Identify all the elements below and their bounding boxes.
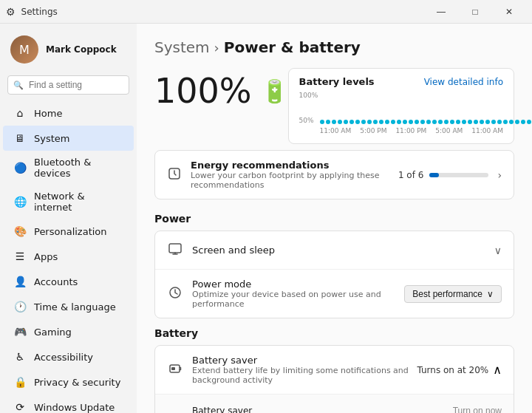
chevron-down-icon: ∨ [487, 289, 494, 299]
titlebar-left: ⚙ Settings [6, 6, 58, 18]
sidebar-item-label: Network & internet [34, 191, 123, 213]
main-content: System › Power & battery 100% 🔋 Battery … [137, 24, 532, 413]
sidebar-item-apps[interactable]: ☰ Apps [3, 244, 134, 269]
chart-dots [320, 92, 532, 124]
screen-sleep-row[interactable]: Screen and sleep ∨ [155, 231, 514, 270]
time-3: 11:00 PM [395, 127, 426, 134]
chart-dot [527, 120, 531, 124]
sidebar-item-privacy[interactable]: 🔒 Privacy & security [3, 369, 134, 395]
chart-dot [420, 120, 425, 124]
chart-dot [385, 120, 389, 124]
accounts-icon: 👤 [13, 275, 27, 288]
minimize-button[interactable]: — [424, 0, 458, 24]
battery-saver-value: Turns on at 20% [417, 365, 488, 375]
recommendation-title: Energy recommendations [191, 160, 398, 171]
time-1: 11:00 AM [320, 127, 352, 134]
battery-settings-group: Battery saver Extend battery life by lim… [154, 345, 514, 413]
chart-dot [379, 120, 383, 124]
chart-dot [367, 120, 372, 124]
sidebar-nav: ⌂ Home 🖥 System 🔵 Bluetooth & devices 🌐 … [0, 100, 137, 413]
sidebar-item-system[interactable]: 🖥 System [3, 126, 134, 151]
sidebar-item-label: Bluetooth & devices [34, 157, 123, 179]
chart-dot [509, 120, 514, 124]
maximize-button[interactable]: □ [458, 0, 492, 24]
power-mode-row[interactable]: Power mode Optimize your device based on… [155, 270, 514, 318]
update-icon: ⟳ [13, 400, 27, 413]
chart-dot [409, 120, 413, 124]
time-icon: 🕐 [13, 300, 27, 313]
network-icon: 🌐 [13, 195, 27, 208]
battery-saver-subtitle: Extend battery life by limiting some not… [192, 366, 417, 385]
chart-dot [349, 120, 354, 124]
sidebar-item-home[interactable]: ⌂ Home [3, 100, 134, 126]
chart-dot [515, 120, 519, 124]
battery-levels-title: Battery levels [299, 76, 375, 87]
bluetooth-icon: 🔵 [13, 161, 27, 174]
sidebar-item-network[interactable]: 🌐 Network & internet [3, 185, 134, 219]
sidebar-item-accessibility[interactable]: ♿ Accessibility [3, 344, 134, 369]
chart-dot [438, 120, 443, 124]
y-label-100: 100% [299, 92, 320, 99]
sidebar-item-label: Apps [34, 251, 58, 262]
power-mode-text: Power mode Optimize your device based on… [192, 279, 404, 309]
svg-rect-1 [169, 244, 181, 253]
chart-dot [344, 120, 348, 124]
username: Mark Coppock [46, 44, 117, 55]
battery-saver-right: Turns on at 20% ∧ [417, 363, 502, 377]
battery-percent: 100% [154, 71, 252, 111]
chart-dot [320, 120, 324, 124]
chart-dot [474, 120, 478, 124]
titlebar-controls: — □ ✕ [424, 0, 526, 24]
avatar: M [10, 35, 38, 64]
sidebar-item-accounts[interactable]: 👤 Accounts [3, 269, 134, 294]
recommendation-bar [429, 173, 488, 177]
close-button[interactable]: ✕ [492, 0, 526, 24]
chart-dot [338, 120, 342, 124]
user-info: Mark Coppock [46, 44, 117, 55]
power-mode-icon [167, 286, 183, 302]
search-icon: 🔍 [13, 81, 24, 90]
battery-icon: 🔋 [261, 78, 288, 104]
view-detailed-link[interactable]: View detailed info [424, 77, 503, 87]
battery-saver-row[interactable]: Battery saver Extend battery life by lim… [155, 346, 514, 395]
breadcrumb: System › Power & battery [154, 38, 514, 56]
chart-dot [397, 120, 401, 124]
power-settings-group: Screen and sleep ∨ Power mode Optimize y… [154, 231, 514, 318]
sidebar-item-time[interactable]: 🕐 Time & language [3, 294, 134, 319]
svg-rect-4 [171, 367, 175, 370]
sidebar-item-personalization[interactable]: 🎨 Personalization [3, 219, 134, 244]
sidebar-item-label: Windows Update [34, 402, 115, 413]
sidebar-item-label: Privacy & security [34, 377, 120, 388]
power-mode-dropdown[interactable]: Best performance ∨ [404, 285, 502, 303]
battery-saver-icon [167, 362, 183, 378]
turn-on-now-button[interactable]: Turn on now [453, 406, 502, 414]
recommendation-subtitle: Lower your carbon footprint by applying … [191, 171, 398, 190]
app-title: Settings [21, 7, 58, 17]
battery-chart: 100% 50% 11:00 AM 5:00 PM 11:00 PM 5:00 … [299, 92, 503, 136]
sidebar-item-label: System [34, 133, 69, 144]
sidebar-user: M Mark Coppock [0, 30, 137, 72]
chart-dot [415, 120, 419, 124]
breadcrumb-current: Power & battery [224, 38, 361, 56]
chart-dot [326, 120, 330, 124]
chevron-up-icon: ∧ [493, 363, 502, 377]
battery-saver-turn-on-row[interactable]: Battery saver Turn on now [155, 395, 514, 413]
chart-dot [456, 120, 460, 124]
time-5: 11:00 AM [471, 127, 503, 134]
battery-section-title: Battery [154, 327, 514, 339]
chart-dot [450, 120, 454, 124]
search-input[interactable] [7, 75, 129, 95]
battery-percent-section: 100% 🔋 [154, 68, 288, 123]
recommendation-bar-fill [429, 173, 439, 177]
sidebar: M Mark Coppock 🔍 ⌂ Home 🖥 System 🔵 Bluet… [0, 24, 137, 413]
time-4: 5:00 AM [435, 127, 463, 134]
chart-dot [355, 120, 360, 124]
sidebar-item-gaming[interactable]: 🎮 Gaming [3, 319, 134, 344]
recommendation-right: 1 of 6 › [398, 169, 502, 181]
sidebar-item-bluetooth[interactable]: 🔵 Bluetooth & devices [3, 151, 134, 185]
recommendation-card[interactable]: Energy recommendations Lower your carbon… [154, 150, 514, 199]
sidebar-item-update[interactable]: ⟳ Windows Update [3, 395, 134, 413]
sidebar-item-label: Accessibility [34, 352, 93, 363]
sidebar-item-label: Home [34, 108, 62, 119]
y-label-50: 50% [299, 117, 320, 124]
